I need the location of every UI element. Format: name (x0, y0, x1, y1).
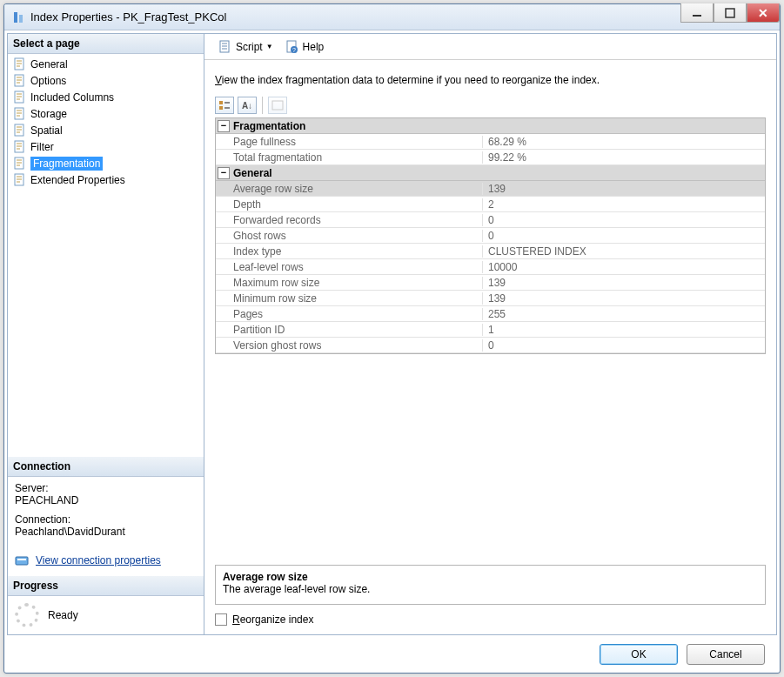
sidebar-item-label: Fragmentation (30, 157, 103, 171)
index-icon (11, 10, 25, 24)
property-value: 139 (482, 292, 765, 305)
property-row[interactable]: Total fragmentation99.22 % (216, 150, 765, 165)
sidebar-item-filter[interactable]: Filter (8, 138, 204, 155)
connection-properties-icon (15, 553, 29, 567)
svg-rect-0 (14, 12, 17, 23)
script-label: Script (236, 41, 263, 53)
svg-rect-12 (16, 557, 28, 565)
property-value: 68.29 % (482, 136, 765, 148)
close-button[interactable]: ✕ (747, 3, 780, 23)
conn-value: Peachland\DavidDurant (15, 526, 197, 538)
conn-label: Connection: (15, 513, 197, 526)
property-value: 99.22 % (482, 151, 765, 164)
client-area: Select a page GeneralOptionsIncluded Col… (4, 30, 780, 673)
sidebar-item-label: Included Columns (30, 91, 114, 104)
property-row[interactable]: Page fullness68.29 % (216, 134, 765, 150)
reorganize-row: Reorganize index (215, 613, 766, 626)
property-row[interactable]: Index typeCLUSTERED INDEX (216, 244, 765, 259)
main-panel: Script ▼ ? Help View the index fragmenta… (204, 34, 776, 634)
instruction-text: View the index fragmentation data to det… (204, 60, 776, 91)
sidebar-item-spatial[interactable]: Spatial (8, 122, 204, 138)
property-grid[interactable]: −FragmentationPage fullness68.29 %Total … (215, 117, 766, 354)
sidebar: Select a page GeneralOptionsIncluded Col… (8, 34, 204, 634)
property-label: Page fullness (233, 136, 482, 148)
window-title: Index Properties - PK_FragTest_PKCol (30, 10, 680, 23)
property-label: Depth (233, 198, 482, 211)
property-row[interactable]: Forwarded records0 (216, 212, 765, 228)
svg-rect-21 (224, 107, 230, 109)
script-icon (218, 40, 232, 54)
svg-rect-13 (17, 559, 26, 560)
chevron-down-icon: ▼ (266, 43, 273, 50)
property-row[interactable]: Average row size139 (216, 181, 765, 197)
property-row[interactable]: Minimum row size139 (216, 291, 765, 306)
property-row[interactable]: Depth2 (216, 197, 765, 212)
reorganize-label[interactable]: Reorganize index (232, 613, 313, 626)
svg-rect-20 (224, 102, 230, 104)
progress-header: Progress (8, 576, 204, 596)
ok-button[interactable]: OK (600, 644, 678, 665)
titlebar[interactable]: Index Properties - PK_FragTest_PKCol ✕ (4, 4, 780, 30)
property-label: Ghost rows (233, 230, 482, 242)
property-value: 1 (482, 324, 765, 336)
property-label: Total fragmentation (233, 151, 482, 164)
sidebar-item-options[interactable]: Options (8, 72, 204, 89)
property-label: Minimum row size (233, 292, 482, 305)
property-value: 10000 (482, 261, 765, 273)
property-row[interactable]: Version ghost rows0 (216, 338, 765, 353)
sidebar-item-extended-properties[interactable]: Extended Properties (8, 171, 204, 188)
property-value: 0 (482, 230, 765, 242)
property-value: 0 (482, 339, 765, 352)
property-row[interactable]: Partition ID1 (216, 322, 765, 338)
script-button[interactable]: Script ▼ (213, 38, 278, 56)
view-connection-properties-link[interactable]: View connection properties (36, 554, 161, 566)
sidebar-item-label: Spatial (30, 124, 63, 137)
dialog-window: Index Properties - PK_FragTest_PKCol ✕ S… (3, 3, 781, 674)
reorganize-checkbox[interactable] (215, 613, 227, 626)
property-value: 139 (482, 183, 765, 195)
sort-az-button[interactable]: A↓ (238, 97, 257, 114)
property-label: Average row size (233, 183, 482, 195)
sidebar-item-included-columns[interactable]: Included Columns (8, 89, 204, 105)
property-row[interactable]: Pages255 (216, 306, 765, 322)
property-row[interactable]: Maximum row size139 (216, 275, 765, 291)
collapse-toggle[interactable]: − (218, 120, 230, 132)
categorize-button[interactable] (215, 97, 234, 114)
property-value: 0 (482, 214, 765, 226)
page-nav-list: GeneralOptionsIncluded ColumnsStorageSpa… (8, 54, 204, 190)
connection-body: Server: PEACHLAND Connection: Peachland\… (8, 477, 204, 550)
page-icon (13, 107, 27, 121)
page-icon (13, 74, 27, 88)
property-row[interactable]: Leaf-level rows10000 (216, 259, 765, 275)
property-row[interactable]: Ghost rows0 (216, 228, 765, 244)
property-label: Index type (233, 245, 482, 258)
minimize-button[interactable] (680, 3, 714, 23)
property-value: CLUSTERED INDEX (482, 245, 765, 258)
progress-status: Ready (48, 609, 78, 621)
cancel-button[interactable]: Cancel (687, 644, 765, 665)
maximize-button[interactable] (714, 3, 747, 23)
property-value: 255 (482, 308, 765, 320)
svg-text:?: ? (292, 47, 296, 53)
help-label: Help (303, 41, 325, 53)
svg-rect-22 (272, 101, 283, 110)
help-icon: ? (285, 40, 299, 54)
sidebar-item-general[interactable]: General (8, 56, 204, 72)
page-icon (13, 157, 27, 171)
collapse-toggle[interactable]: − (218, 167, 230, 179)
sidebar-item-storage[interactable]: Storage (8, 105, 204, 122)
property-pages-button[interactable] (268, 97, 287, 114)
sidebar-item-label: Extended Properties (30, 174, 125, 186)
sidebar-item-fragmentation[interactable]: Fragmentation (8, 155, 204, 171)
svg-rect-1 (19, 15, 23, 23)
progress-spinner-icon (15, 603, 39, 627)
property-label: Maximum row size (233, 277, 482, 289)
help-button[interactable]: ? Help (280, 38, 330, 56)
main-toolbar: Script ▼ ? Help (204, 34, 776, 60)
page-icon (13, 140, 27, 154)
description-title: Average row size (223, 571, 758, 583)
svg-rect-3 (726, 9, 734, 17)
page-icon (13, 57, 27, 71)
sidebar-item-label: Storage (30, 108, 67, 120)
page-icon (13, 124, 27, 137)
